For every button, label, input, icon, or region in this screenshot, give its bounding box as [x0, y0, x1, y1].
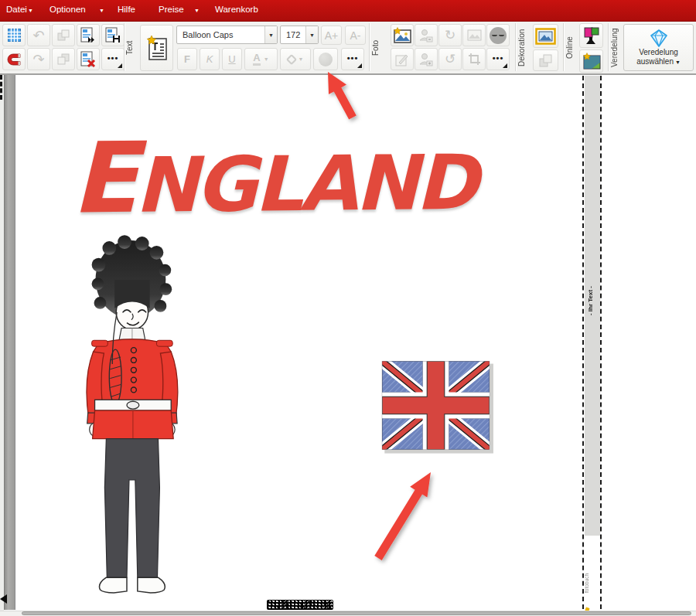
- veredelung-select-button[interactable]: Veredelung auswählen▼: [623, 24, 694, 71]
- menu-item-preise[interactable]: Preise: [159, 5, 184, 14]
- redo-icon: ↷: [32, 53, 44, 66]
- redo-button[interactable]: ↷: [27, 48, 50, 70]
- veredelung-button-line1: Veredelung: [639, 48, 678, 58]
- menu-item-warenkorb[interactable]: Warenkorb: [215, 5, 258, 14]
- veredelung-button-line2: auswählen▼: [636, 57, 681, 67]
- vertical-scrollbar[interactable]: [4, 75, 15, 610]
- foto-more-button[interactable]: •••: [486, 48, 510, 70]
- font-color-icon: A: [253, 53, 260, 66]
- deco-picture-button[interactable]: [533, 24, 558, 48]
- font-increase-button[interactable]: A+: [321, 26, 342, 45]
- layers-icon: [539, 54, 553, 67]
- spine-placeholder-text[interactable]: - Ihr Text -: [587, 286, 594, 315]
- photo-placeholder-button[interactable]: [462, 24, 486, 46]
- add-text-button[interactable]: [140, 25, 173, 71]
- undo-button[interactable]: ↶: [27, 24, 50, 46]
- photo-edit-button[interactable]: [391, 48, 414, 70]
- toolbar-separator: [369, 23, 370, 71]
- page-delete-button[interactable]: [77, 48, 100, 70]
- toolbar-separator: [608, 23, 609, 71]
- dropdown-arrow-icon[interactable]: ▼: [99, 8, 104, 13]
- dropdown-arrow-icon: ▼: [675, 60, 681, 65]
- guard-illustration[interactable]: [70, 235, 184, 595]
- dropdown-arrow-icon: ▼: [309, 32, 315, 38]
- design-canvas[interactable]: England: [0, 75, 696, 616]
- grid-toggle-button[interactable]: [2, 24, 26, 46]
- smiley-button[interactable]: [486, 24, 510, 46]
- magnet-icon: [6, 53, 22, 66]
- photo-crop-button[interactable]: [462, 48, 486, 70]
- more-icon: •••: [347, 53, 359, 63]
- foto-group-label: Foto: [371, 26, 382, 70]
- add-text-icon: [145, 35, 169, 61]
- fill-color-button[interactable]: ▼: [280, 48, 311, 70]
- dropdown-arrow-icon[interactable]: ▼: [194, 8, 200, 13]
- add-photo-icon: [393, 27, 411, 43]
- deco-layers-button[interactable]: [533, 49, 558, 71]
- online-photo-service-button[interactable]: [579, 23, 603, 48]
- application-window: Datei ▼ Optionen ▼ Hilfe Preise ▼ Warenk…: [0, 0, 696, 616]
- fill-color-icon: [285, 53, 296, 64]
- dropdown-arrow-icon[interactable]: ▼: [28, 8, 33, 13]
- online-group-label: Online: [565, 26, 576, 70]
- undo-icon: ↶: [32, 29, 44, 43]
- font-family-select[interactable]: Balloon Caps ▼: [176, 26, 278, 44]
- font-size-value: 172: [281, 30, 305, 39]
- page-save-button[interactable]: [101, 24, 125, 46]
- horizontal-scrollbar-thumb[interactable]: [22, 611, 691, 615]
- remove-person-icon: [419, 29, 433, 43]
- photo-rotate-cw-button[interactable]: ↻: [438, 24, 462, 46]
- font-decrease-label: A-: [350, 29, 361, 42]
- photo-kiosk-icon: [582, 26, 600, 45]
- pixelated-watermark: [267, 600, 333, 610]
- photo-rotate-ccw-button[interactable]: ↺: [438, 48, 462, 70]
- guard-trousers: [104, 439, 159, 578]
- dropdown-arrow-icon: ▼: [268, 32, 274, 38]
- canvas-title-text[interactable]: England: [70, 124, 504, 230]
- photo-add-person-button[interactable]: [415, 48, 438, 70]
- online-map-button[interactable]: [579, 49, 603, 73]
- corner-expand-icon: [118, 63, 122, 68]
- union-jack-flag[interactable]: [376, 354, 495, 459]
- rotate-cw-icon: ↻: [445, 29, 455, 42]
- send-backward-button[interactable]: [52, 48, 75, 70]
- bring-forward-button[interactable]: [52, 24, 75, 46]
- font-size-select[interactable]: 172 ▼: [280, 26, 319, 44]
- photo-remove-button[interactable]: [415, 24, 438, 46]
- corner-expand-icon: [357, 63, 362, 68]
- menu-item-hilfe[interactable]: Hilfe: [118, 5, 135, 14]
- toolbar-separator: [563, 23, 564, 71]
- page-apply-button[interactable]: [77, 24, 100, 46]
- trim-mark-dashed-line: [0, 75, 2, 100]
- text-more-button[interactable]: •••: [341, 48, 364, 70]
- italic-button[interactable]: K: [200, 48, 220, 70]
- rotate-ccw-icon: ↺: [445, 53, 455, 66]
- general-more-button[interactable]: •••: [101, 48, 125, 70]
- font-decrease-button[interactable]: A-: [345, 26, 366, 45]
- spine-dashed-line-right: [600, 76, 602, 609]
- menu-item-optionen[interactable]: Optionen: [49, 5, 86, 14]
- magnet-snap-button[interactable]: [2, 48, 26, 70]
- bold-button[interactable]: F: [177, 48, 197, 70]
- underline-button[interactable]: U: [222, 48, 242, 70]
- menu-item-datei[interactable]: Datei: [6, 5, 27, 14]
- font-increase-label: A+: [325, 29, 339, 42]
- add-photo-button[interactable]: [391, 24, 414, 46]
- circle-shape-icon: [319, 53, 333, 66]
- font-family-dropdown-button[interactable]: ▼: [264, 26, 277, 43]
- image-placeholder-icon: [467, 29, 482, 41]
- more-icon: •••: [107, 53, 119, 63]
- brand-watermark: fotobuch: [584, 573, 589, 593]
- more-icon: •••: [493, 53, 504, 63]
- underline-label: U: [228, 53, 235, 65]
- main-toolbar: ↶: [0, 22, 696, 75]
- font-family-value: Balloon Caps: [177, 30, 264, 39]
- text-ellipse-button[interactable]: [313, 48, 338, 70]
- grid-icon: [8, 29, 21, 42]
- bold-label: F: [184, 53, 190, 65]
- font-size-dropdown-button[interactable]: ▼: [305, 26, 318, 43]
- left-scroll-arrow-icon[interactable]: [0, 594, 7, 604]
- deko-group-label: Dekoration: [517, 24, 528, 72]
- dropdown-arrow-icon: ▼: [299, 56, 304, 62]
- font-color-button[interactable]: A ▼: [244, 48, 278, 70]
